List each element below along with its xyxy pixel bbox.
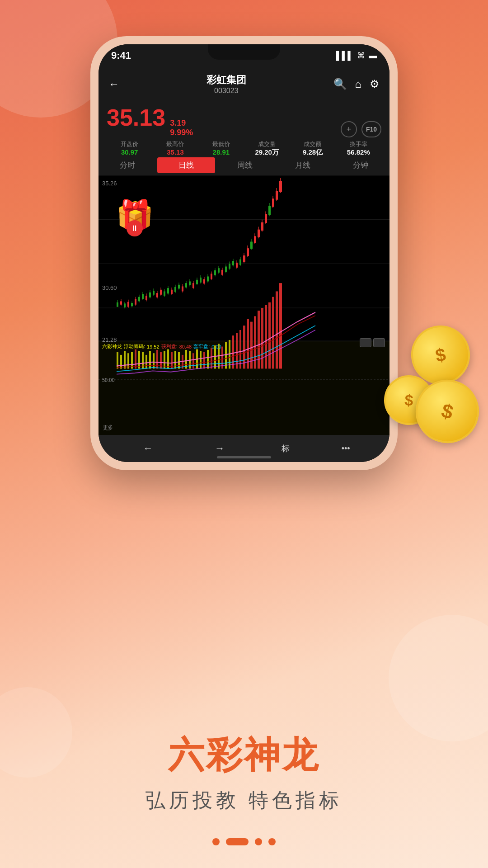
header-center: 彩虹集团 003023 — [206, 73, 246, 95]
svg-text:50.00: 50.00 — [102, 377, 115, 383]
y-label-mid: 30.60 — [102, 284, 117, 291]
f10-button[interactable]: F10 — [361, 121, 381, 137]
chart-thumb-1[interactable] — [360, 338, 371, 347]
lucky-bag-animation[interactable]: 🎁 ⏸ — [112, 198, 157, 234]
coin-2-symbol: $ — [404, 391, 414, 410]
profit-value: 80.48 — [179, 344, 192, 349]
indicator-chips-value: 19.52 — [147, 344, 160, 349]
stat-high: 最高价 35.13 — [152, 140, 198, 157]
svg-rect-103 — [127, 353, 129, 368]
page-dot-active[interactable] — [226, 838, 249, 845]
signal-icon: ▌▌▌ — [336, 51, 353, 61]
svg-rect-143 — [272, 297, 274, 369]
current-price: 35.13 — [107, 106, 165, 129]
bag-play-button[interactable]: ⏸ — [127, 220, 143, 236]
home-icon[interactable]: ⌂ — [355, 78, 362, 90]
coin-3-symbol: $ — [439, 399, 456, 424]
svg-rect-110 — [153, 353, 155, 368]
price-main: 35.13 3.19 9.99% — [107, 106, 193, 137]
main-title: 六彩神龙 — [0, 731, 488, 780]
nav-more[interactable]: ••• — [342, 444, 350, 453]
svg-rect-133 — [236, 333, 238, 368]
chart-thumb-2[interactable] — [373, 338, 385, 347]
svg-rect-130 — [225, 342, 227, 369]
price-row: 35.13 3.19 9.99% + F10 — [107, 106, 381, 137]
svg-rect-132 — [232, 335, 234, 368]
stat-low: 最低价 28.91 — [198, 140, 244, 157]
coin-1-symbol: $ — [434, 344, 447, 366]
svg-rect-117 — [178, 352, 180, 369]
phone-mockup: 9:41 ▌▌▌ ⌘ ▬ ← 彩虹集团 003023 🔍 ⌂ ⚙ — [90, 36, 398, 470]
stat-amount: 成交额 9.28亿 — [290, 140, 335, 157]
phone-frame: 9:41 ▌▌▌ ⌘ ▬ ← 彩虹集团 003023 🔍 ⌂ ⚙ — [90, 36, 398, 470]
stat-turnover: 换手率 56.82% — [336, 140, 381, 157]
page-dot-1[interactable] — [212, 838, 220, 845]
status-time: 9:41 — [111, 50, 131, 61]
stat-volume: 成交量 29.20万 — [244, 140, 290, 157]
phone-notch — [208, 44, 280, 60]
svg-rect-102 — [124, 351, 126, 368]
svg-rect-121 — [192, 353, 194, 368]
search-icon[interactable]: 🔍 — [333, 78, 347, 90]
price-actions: + F10 — [341, 121, 381, 137]
settings-icon[interactable]: ⚙ — [370, 78, 380, 90]
add-button[interactable]: + — [341, 121, 357, 137]
profit-label: 获利盘: — [161, 343, 178, 350]
stat-open: 开盘价 30.97 — [107, 140, 152, 157]
nav-back[interactable]: ← — [138, 439, 158, 458]
svg-rect-108 — [145, 355, 147, 369]
wifi-icon: ⌘ — [357, 51, 365, 61]
tab-weekly[interactable]: 周线 — [216, 156, 274, 175]
chart-tab-bar: 分时 日线 周线 月线 分钟 — [99, 156, 389, 175]
page-dot-3[interactable] — [255, 838, 262, 845]
svg-text:更多: 更多 — [103, 424, 113, 431]
svg-rect-142 — [268, 302, 271, 369]
svg-rect-125 — [207, 350, 209, 369]
bottom-text-section: 六彩神龙 弘历投教 特色指标 — [0, 731, 488, 814]
status-icons: ▌▌▌ ⌘ ▬ — [336, 51, 377, 61]
y-label-high: 35.26 — [102, 180, 117, 187]
back-button[interactable]: ← — [108, 78, 119, 90]
svg-rect-135 — [243, 326, 245, 368]
stock-code: 003023 — [206, 87, 246, 95]
svg-rect-114 — [167, 349, 169, 369]
svg-rect-144 — [276, 291, 278, 368]
price-change-value: 3.19 — [170, 118, 193, 128]
nav-forward[interactable]: → — [210, 439, 230, 458]
page-dot-4[interactable] — [268, 838, 276, 845]
phone-screen: 9:41 ▌▌▌ ⌘ ▬ ← 彩虹集团 003023 🔍 ⌂ ⚙ — [99, 44, 389, 462]
lock-value: 0.00 — [211, 344, 221, 349]
tab-monthly[interactable]: 月线 — [274, 156, 332, 175]
svg-rect-124 — [203, 352, 205, 369]
tab-minute[interactable]: 分钟 — [332, 156, 389, 175]
nav-mark[interactable]: 标 — [282, 443, 290, 454]
header-icons: 🔍 ⌂ ⚙ — [333, 78, 380, 90]
lock-label: 套牢盘: — [193, 343, 210, 350]
indicator-chips-label: 浮动筹码: — [124, 343, 145, 350]
sub-title: 弘历投教 特色指标 — [0, 787, 488, 814]
svg-rect-109 — [149, 351, 151, 368]
svg-rect-139 — [258, 311, 260, 368]
svg-rect-140 — [261, 308, 263, 368]
app-header: ← 彩虹集团 003023 🔍 ⌂ ⚙ — [99, 67, 389, 101]
bg-circle-bottomright — [389, 615, 488, 741]
stock-name: 彩虹集团 — [206, 73, 246, 87]
price-section: 35.13 3.19 9.99% + F10 开盘价 30.97 — [99, 101, 389, 161]
tab-daily[interactable]: 日线 — [157, 157, 215, 173]
svg-rect-101 — [120, 355, 122, 369]
price-change: 3.19 9.99% — [170, 118, 193, 137]
svg-rect-145 — [279, 283, 282, 368]
battery-icon: ▬ — [369, 51, 377, 61]
svg-rect-126 — [211, 348, 212, 368]
page-dots — [0, 838, 488, 845]
svg-rect-134 — [239, 330, 241, 368]
tab-fenshi[interactable]: 分时 — [99, 156, 156, 175]
y-label-low: 21.28 — [102, 336, 117, 343]
svg-rect-105 — [135, 349, 136, 369]
stats-row: 开盘价 30.97 最高价 35.13 最低价 28.91 成交量 29.20万 — [107, 137, 381, 158]
svg-rect-123 — [200, 351, 202, 368]
home-indicator — [217, 456, 271, 458]
price-change-percent: 9.99% — [170, 128, 193, 137]
svg-rect-136 — [247, 319, 249, 369]
indicator-name: 六彩神龙 — [102, 343, 122, 350]
